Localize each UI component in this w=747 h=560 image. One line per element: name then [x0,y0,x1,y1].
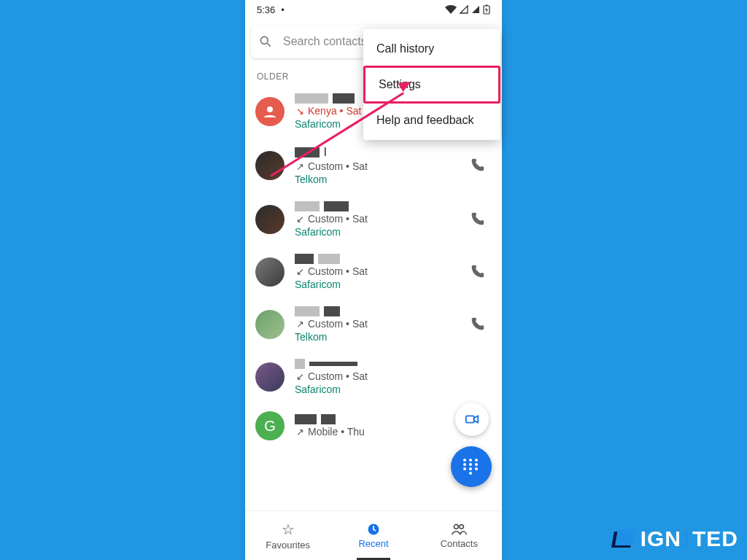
incoming-call-icon: ↙ [295,214,305,225]
watermark: IGN!TED [613,526,738,551]
incoming-call-icon: ↙ [295,371,305,382]
menu-call-history[interactable]: Call history [363,32,500,66]
phone-icon [469,316,485,332]
dialpad-fab[interactable] [451,446,492,487]
call-carrier: Safaricom [295,279,462,290]
status-bar: 5:36 • [245,0,502,19]
avatar: G [255,411,285,440]
wifi-icon [445,5,457,14]
menu-help[interactable]: Help and feedback [363,104,500,137]
clock-icon [366,522,381,537]
call-meta: Custom • Sat [308,265,368,277]
incoming-call-icon: ↙ [295,266,305,277]
call-button[interactable] [462,151,492,180]
svg-point-2 [260,36,268,44]
call-carrier: Safaricom [295,226,462,238]
svg-line-3 [268,44,271,47]
bottom-nav: ☆ Favourites Recent Contacts [245,510,502,560]
svg-rect-5 [466,416,474,422]
call-entry[interactable]: ↙Custom • Sat Safaricom [251,194,496,246]
search-placeholder: Search contacts a [283,35,376,48]
status-dot: • [281,4,285,15]
call-list[interactable]: ↙Kenya • Sat Safaricom l ↗Custom • Sat T… [245,86,502,510]
missed-call-icon: ↙ [295,106,305,117]
svg-point-8 [460,525,464,529]
nav-favourites[interactable]: ☆ Favourites [245,511,330,560]
overflow-menu: Call history Settings Help and feedback [363,29,500,140]
avatar [255,362,285,392]
outgoing-call-icon: ↗ [295,319,305,330]
status-time: 5:36 [257,4,275,15]
call-meta: Custom • Sat [308,370,368,382]
svg-point-7 [454,524,459,529]
menu-settings[interactable]: Settings [363,66,500,104]
signal-icon-2 [471,5,480,14]
svg-rect-1 [486,5,488,7]
call-button[interactable] [462,205,492,234]
avatar [255,205,285,234]
avatar [255,257,285,287]
call-meta: Kenya • Sat [308,105,361,117]
signal-icon [460,5,468,14]
call-button[interactable] [462,310,492,339]
watermark-logo-icon [613,527,636,551]
call-button[interactable] [462,257,492,287]
call-carrier: Safaricom [295,384,492,395]
video-call-fab[interactable] [455,402,489,436]
nav-recent[interactable]: Recent [330,511,416,560]
call-carrier: Telkom [295,174,462,185]
avatar [255,310,285,339]
person-icon [261,103,279,120]
call-entry[interactable]: ↙Custom • Sat Safaricom [251,351,496,404]
people-icon [451,522,467,537]
status-icons [445,4,490,15]
call-entry[interactable]: ↗Custom • Sat Telkom [251,299,496,351]
dialpad-icon [463,459,479,475]
outgoing-call-icon: ↗ [295,427,305,438]
call-carrier: Telkom [295,331,462,343]
call-meta: Custom • Sat [308,160,368,172]
call-meta: Custom • Sat [308,213,368,225]
call-entry[interactable]: ↙Custom • Sat Safaricom [251,246,496,299]
search-icon [258,34,273,49]
battery-icon [483,4,490,15]
phone-icon [469,158,485,174]
avatar [255,97,285,126]
phone-icon [469,211,485,228]
phone-icon [469,264,485,280]
outgoing-call-icon: ↗ [295,161,305,172]
call-meta: Mobile • Thu [308,426,365,438]
star-icon: ☆ [282,521,295,538]
nav-contacts[interactable]: Contacts [417,511,502,560]
video-icon [464,411,480,427]
svg-point-4 [267,106,273,112]
call-meta: Custom • Sat [308,318,368,330]
phone-frame: 5:36 • Search contacts a OLDER ↙Kenya • … [245,0,502,560]
